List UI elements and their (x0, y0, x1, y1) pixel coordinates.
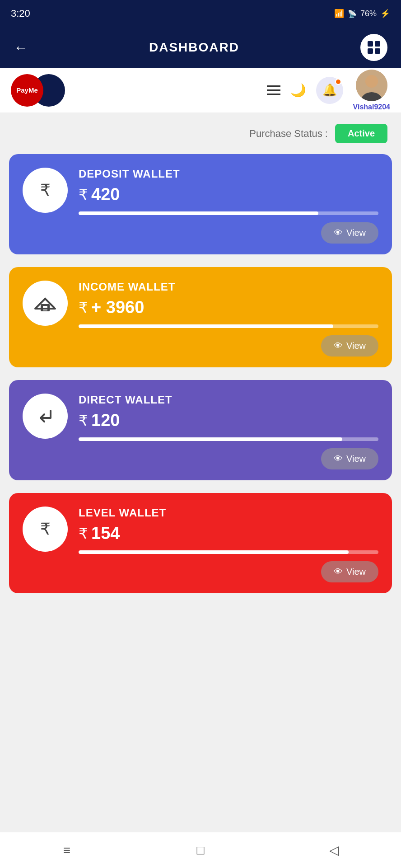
status-time: 3:20 (11, 8, 30, 19)
wallet-value-income: + 3960 (91, 298, 144, 317)
nav-menu-button[interactable]: ≡ (53, 837, 80, 864)
user-section[interactable]: Vishal9204 (353, 70, 390, 111)
grid-icon (368, 41, 380, 54)
view-label-level: View (346, 567, 366, 577)
active-badge: Active (335, 124, 387, 143)
back-button[interactable]: ← (14, 39, 28, 56)
wallet-icon-income (23, 281, 68, 326)
wallet-value-level: 154 (91, 524, 120, 543)
purchase-status-row: Purchase Status : Active (9, 124, 392, 143)
logo-text: PayMe (16, 86, 38, 94)
wallet-title-level: LEVEL WALLET (79, 507, 378, 519)
wallet-progress-bar-income (79, 324, 333, 328)
notification-dot (335, 79, 341, 85)
wallet-view-button-level[interactable]: 👁 View (321, 561, 378, 582)
wallet-progress-level (79, 550, 378, 554)
wallet-card-income: INCOME WALLET ₹ + 3960 👁 View (9, 267, 392, 367)
purchase-status-label: Purchase Status : (249, 128, 328, 140)
wallet-progress-bar-direct (79, 437, 342, 441)
wallet-view-button-direct[interactable]: 👁 View (321, 448, 378, 469)
wallet-info-level: LEVEL WALLET ₹ 154 👁 View (79, 507, 378, 582)
wallet-title-income: INCOME WALLET (79, 281, 378, 293)
logo-red-circle: PayMe (11, 74, 43, 107)
bottom-nav: ≡ □ ◁ (0, 832, 401, 868)
wallet-icon-deposit: ₹ (23, 168, 68, 213)
wallet-rupee-income: ₹ (79, 299, 88, 316)
wallet-rupee-direct: ₹ (79, 412, 88, 429)
wallet-title-deposit: DEPOSIT WALLET (79, 168, 378, 180)
wallet-amount-direct: ₹ 120 (79, 411, 378, 430)
wallet-amount-level: ₹ 154 (79, 524, 378, 543)
wallet-card-deposit: ₹ DEPOSIT WALLET ₹ 420 👁 View (9, 154, 392, 254)
wallet-rupee-deposit: ₹ (79, 186, 88, 203)
eye-icon: 👁 (334, 341, 343, 351)
username-label: Vishal9204 (353, 103, 390, 111)
content-area: Purchase Status : Active ₹ DEPOSIT WALLE… (0, 113, 401, 617)
sub-header-icons: 🌙 🔔 Vishal9204 (76, 70, 390, 111)
wallet-info-direct: DIRECT WALLET ₹ 120 👁 View (79, 394, 378, 469)
wallet-rupee-level: ₹ (79, 525, 88, 542)
wallet-progress-bar-deposit (79, 211, 318, 215)
eye-icon: 👁 (334, 454, 343, 464)
wallet-info-income: INCOME WALLET ₹ + 3960 👁 View (79, 281, 378, 357)
wallet-amount-income: ₹ + 3960 (79, 298, 378, 317)
battery-icon: ⚡ (380, 9, 390, 19)
wallet-icon-level: ₹ (23, 507, 68, 552)
view-label-direct: View (346, 454, 366, 464)
wallet-info-deposit: DEPOSIT WALLET ₹ 420 👁 View (79, 168, 378, 244)
avatar (356, 70, 387, 101)
wallet-progress-bar-level (79, 550, 349, 554)
hamburger-button[interactable] (267, 85, 280, 95)
wallet-progress-direct (79, 437, 378, 441)
view-label-deposit: View (346, 228, 366, 238)
wallet-card-direct: DIRECT WALLET ₹ 120 👁 View (9, 380, 392, 480)
wallet-cards-container: ₹ DEPOSIT WALLET ₹ 420 👁 View (9, 154, 392, 593)
signal-icon: 📡 (348, 9, 357, 18)
wallet-progress-income (79, 324, 378, 328)
wifi-icon: 📶 (334, 9, 344, 19)
view-label-income: View (346, 341, 366, 351)
wallet-view-button-deposit[interactable]: 👁 View (321, 222, 378, 244)
svg-point-1 (365, 75, 378, 88)
eye-icon: 👁 (334, 228, 343, 238)
sub-header: PayMe 🌙 🔔 Vishal9204 (0, 68, 401, 113)
wallet-card-level: ₹ LEVEL WALLET ₹ 154 👁 View (9, 493, 392, 593)
nav-bar: ← DASHBOARD (0, 27, 401, 68)
notification-bell-button[interactable]: 🔔 (316, 77, 343, 104)
wallet-view-button-income[interactable]: 👁 View (321, 335, 378, 357)
dark-mode-icon[interactable]: 🌙 (290, 83, 306, 98)
status-bar: 3:20 📶 📡 76% ⚡ (0, 0, 401, 27)
wallet-value-direct: 120 (91, 411, 120, 430)
payme-logo: PayMe (11, 74, 65, 107)
grid-menu-button[interactable] (360, 34, 387, 61)
wallet-amount-deposit: ₹ 420 (79, 185, 378, 204)
nav-back-button[interactable]: ◁ (321, 837, 348, 864)
nav-home-button[interactable]: □ (187, 837, 214, 864)
wallet-value-deposit: 420 (91, 185, 120, 204)
wallet-icon-direct (23, 394, 68, 439)
battery-text: 76% (360, 9, 377, 19)
eye-icon: 👁 (334, 567, 343, 577)
status-icons: 📶 📡 76% ⚡ (334, 9, 390, 19)
wallet-progress-deposit (79, 211, 378, 215)
wallet-title-direct: DIRECT WALLET (79, 394, 378, 406)
page-title: DASHBOARD (149, 40, 239, 55)
